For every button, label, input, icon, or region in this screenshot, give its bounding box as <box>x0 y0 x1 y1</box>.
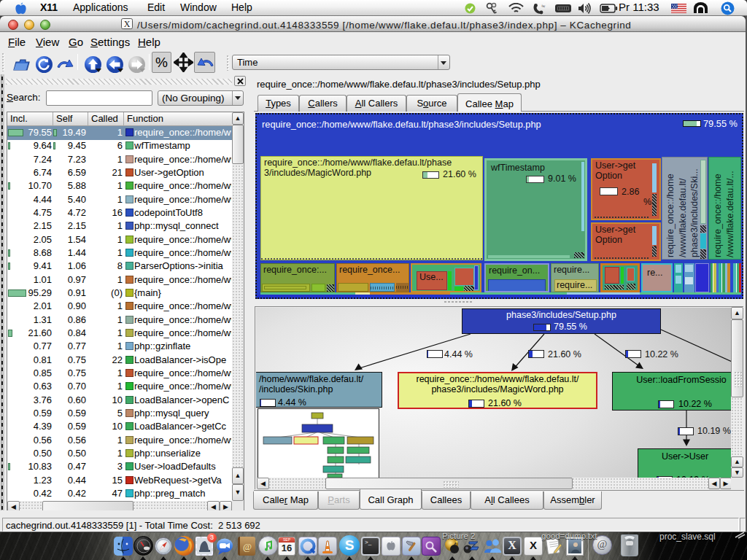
svg-text:tel: tel <box>541 4 546 8</box>
svg-text:X: X <box>124 19 131 29</box>
svg-text:@: @ <box>243 541 252 552</box>
